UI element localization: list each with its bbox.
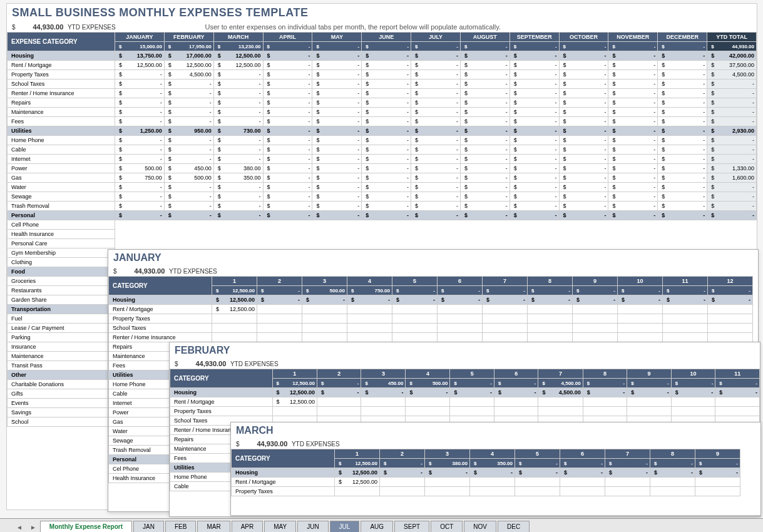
cell[interactable]: $- xyxy=(658,117,707,126)
cell[interactable]: $- xyxy=(411,202,461,211)
cell[interactable] xyxy=(573,333,618,342)
cell[interactable] xyxy=(347,324,392,333)
cell[interactable] xyxy=(618,305,663,314)
cell[interactable]: $- xyxy=(312,145,362,155)
cell[interactable]: $- xyxy=(707,211,757,220)
cell[interactable]: $- xyxy=(707,89,757,98)
cell[interactable]: $- xyxy=(362,98,411,108)
cell[interactable]: $- xyxy=(707,117,757,126)
row-label[interactable]: Garden Share xyxy=(8,295,115,305)
cell[interactable] xyxy=(538,407,583,416)
cell[interactable]: $- xyxy=(164,108,213,117)
cell[interactable]: $- xyxy=(164,98,213,108)
cell[interactable] xyxy=(272,407,317,416)
cell[interactable]: $- xyxy=(263,136,312,145)
cell[interactable]: $4,500.00 xyxy=(538,388,583,397)
cell[interactable]: $- xyxy=(559,51,608,61)
cell[interactable]: $- xyxy=(483,295,528,305)
cell[interactable]: $- xyxy=(312,89,362,98)
cell[interactable]: $- xyxy=(411,211,461,220)
cell[interactable]: $- xyxy=(317,388,361,397)
row-label[interactable]: Housing xyxy=(232,468,335,478)
cell[interactable]: $- xyxy=(658,183,707,192)
cell[interactable]: $- xyxy=(658,61,707,70)
cell[interactable]: $- xyxy=(460,173,510,183)
cell[interactable]: $- xyxy=(559,126,608,136)
cell[interactable]: $- xyxy=(608,202,658,211)
row-label[interactable]: Gifts xyxy=(8,389,115,399)
cell[interactable]: $42,000.00 xyxy=(707,51,757,61)
cell[interactable]: $350.00 xyxy=(213,173,263,183)
cell[interactable] xyxy=(483,333,528,342)
cell[interactable]: $12,500.00 xyxy=(213,51,263,61)
cell[interactable]: $- xyxy=(510,108,559,117)
cell[interactable]: $- xyxy=(460,136,510,145)
cell[interactable] xyxy=(470,487,515,496)
cell[interactable] xyxy=(695,487,740,496)
tab-jul[interactable]: JUL xyxy=(330,521,360,532)
row-label[interactable]: Property Taxes xyxy=(232,487,335,496)
cell[interactable]: $- xyxy=(312,136,362,145)
tab-nav-next[interactable]: ► xyxy=(26,523,40,532)
cell[interactable]: $- xyxy=(312,211,362,220)
cell[interactable]: $- xyxy=(213,136,263,145)
cell[interactable]: $- xyxy=(510,192,559,202)
row-label[interactable]: Restaurants xyxy=(8,286,115,295)
cell[interactable] xyxy=(302,333,347,342)
cell[interactable]: $- xyxy=(263,126,312,136)
cell[interactable]: $- xyxy=(164,202,213,211)
cell[interactable] xyxy=(708,324,753,333)
cell[interactable] xyxy=(347,305,392,314)
cell[interactable]: $- xyxy=(164,136,213,145)
cell[interactable]: $- xyxy=(411,173,461,183)
cell[interactable] xyxy=(212,324,257,333)
cell[interactable]: $- xyxy=(460,183,510,192)
cell[interactable]: $12,500.00 xyxy=(212,295,257,305)
cell[interactable] xyxy=(583,397,627,407)
cell[interactable] xyxy=(663,324,708,333)
tab-sept[interactable]: SEPT xyxy=(394,521,429,532)
cell[interactable]: $- xyxy=(510,136,559,145)
cell[interactable] xyxy=(560,478,605,487)
cell[interactable] xyxy=(302,305,347,314)
cell[interactable]: $- xyxy=(510,183,559,192)
cell[interactable]: $- xyxy=(411,79,461,89)
cell[interactable] xyxy=(438,305,483,314)
cell[interactable]: $- xyxy=(115,98,165,108)
cell[interactable] xyxy=(618,324,663,333)
cell[interactable]: $- xyxy=(115,183,165,192)
tab-feb[interactable]: FEB xyxy=(165,521,196,532)
cell[interactable]: $- xyxy=(510,79,559,89)
cell[interactable]: $- xyxy=(362,108,411,117)
cell[interactable]: $- xyxy=(658,155,707,164)
cell[interactable] xyxy=(257,314,302,324)
cell[interactable]: $- xyxy=(460,108,510,117)
cell[interactable] xyxy=(450,407,494,416)
tab-mar[interactable]: MAR xyxy=(197,521,230,532)
cell[interactable]: $- xyxy=(411,70,461,79)
cell[interactable]: $- xyxy=(559,89,608,98)
row-label[interactable]: Renter / Home Insurance xyxy=(109,333,212,342)
cell[interactable] xyxy=(708,333,753,342)
cell[interactable] xyxy=(438,324,483,333)
cell[interactable]: $- xyxy=(671,388,715,397)
row-label[interactable]: Housing xyxy=(109,295,212,305)
cell[interactable]: $- xyxy=(608,155,658,164)
cell[interactable]: $- xyxy=(406,388,450,397)
cell[interactable] xyxy=(573,324,618,333)
cell[interactable] xyxy=(528,314,573,324)
cell[interactable]: $- xyxy=(115,202,165,211)
cell[interactable]: $- xyxy=(263,70,312,79)
cell[interactable]: $750.00 xyxy=(115,173,165,183)
cell[interactable]: $- xyxy=(559,145,608,155)
cell[interactable] xyxy=(302,314,347,324)
row-label[interactable]: Other xyxy=(8,371,115,380)
cell[interactable]: $12,500.00 xyxy=(335,478,380,487)
cell[interactable] xyxy=(560,487,605,496)
row-label[interactable]: Utilities xyxy=(8,126,115,136)
cell[interactable]: $- xyxy=(707,108,757,117)
row-label[interactable]: Food xyxy=(8,267,115,277)
row-label[interactable]: Housing xyxy=(170,388,273,397)
cell[interactable]: $- xyxy=(608,173,658,183)
cell[interactable]: $- xyxy=(608,108,658,117)
